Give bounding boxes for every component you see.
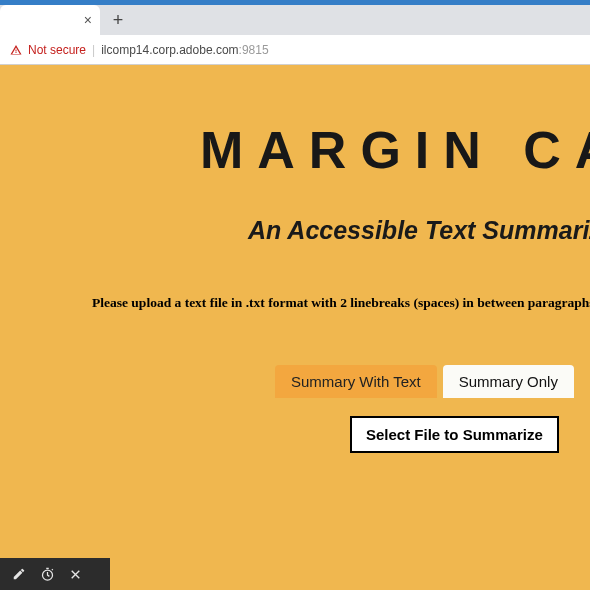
address-divider: |: [92, 43, 95, 57]
page-content: MARGIN CALL An Accessible Text Summarize…: [0, 65, 590, 590]
tab-summary-with-text[interactable]: Summary With Text: [275, 365, 437, 398]
browser-tab[interactable]: ×: [0, 5, 100, 35]
recording-toolbar: [0, 558, 110, 590]
url-port: :9815: [239, 43, 269, 57]
security-status: Not secure: [28, 43, 86, 57]
pencil-icon[interactable]: [12, 567, 26, 581]
url-display: ilcomp14.corp.adobe.com:9815: [101, 43, 268, 57]
tab-summary-only[interactable]: Summary Only: [443, 365, 574, 398]
new-tab-button[interactable]: +: [106, 8, 130, 32]
close-icon[interactable]: ×: [84, 12, 92, 28]
select-file-button[interactable]: Select File to Summarize: [350, 416, 559, 453]
close-icon[interactable]: [69, 568, 82, 581]
summary-mode-tabs: Summary With Text Summary Only: [275, 365, 590, 398]
stopwatch-icon[interactable]: [40, 567, 55, 582]
page-title: MARGIN CALL: [200, 120, 590, 180]
page-subtitle: An Accessible Text Summarizer: [248, 216, 590, 245]
url-host: ilcomp14.corp.adobe.com: [101, 43, 238, 57]
warning-icon: [10, 44, 22, 56]
browser-tab-strip: × +: [0, 5, 590, 35]
upload-instruction: Please upload a text file in .txt format…: [92, 295, 590, 311]
address-bar[interactable]: Not secure | ilcomp14.corp.adobe.com:981…: [0, 35, 590, 65]
